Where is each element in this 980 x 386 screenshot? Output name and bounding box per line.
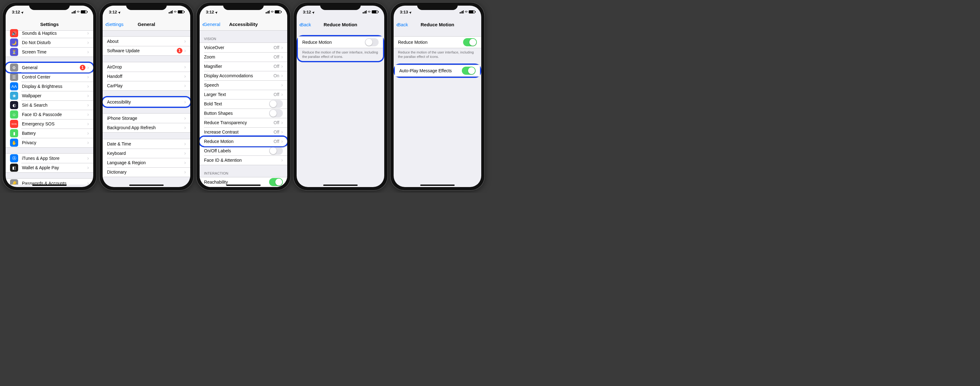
- cell-itunes-app-store[interactable]: ⒶiTunes & App Store›: [6, 154, 93, 163]
- cell-wallpaper[interactable]: ❀Wallpaper›: [6, 91, 93, 100]
- cell-magnifier[interactable]: MagnifierOff›: [200, 62, 287, 71]
- cell-larger-text[interactable]: Larger TextOff›: [200, 90, 287, 99]
- back-button[interactable]: ‹Back: [396, 21, 408, 28]
- app-icon: Ⓐ: [10, 154, 18, 162]
- cell-label: Screen Time: [22, 49, 87, 54]
- cell-label: Reduce Transparency: [204, 120, 274, 125]
- cell-label: Siri & Search: [22, 103, 87, 108]
- chevron-right-icon: ›: [281, 92, 283, 97]
- screen-general: 3:12 ⌔ ‹Settings General About›Software …: [103, 6, 190, 187]
- cell-screen-time[interactable]: ⏳Screen Time›: [6, 47, 93, 57]
- cell-label: Sounds & Haptics: [22, 31, 87, 36]
- cell-emergency-sos[interactable]: SOSEmergency SOS›: [6, 119, 93, 129]
- wifi-icon: ⌔: [368, 10, 371, 14]
- accessibility-list[interactable]: VISIONVoiceOverOff›ZoomOff›MagnifierOff›…: [200, 31, 287, 187]
- cell-face-id-attention[interactable]: Face ID & Attention›: [200, 156, 287, 165]
- back-button[interactable]: ‹Back: [299, 21, 311, 28]
- chevron-right-icon: ›: [184, 83, 186, 89]
- reduce-motion-list[interactable]: Reduce MotionReduce the motion of the us…: [394, 31, 481, 187]
- cell-zoom[interactable]: ZoomOff›: [200, 52, 287, 62]
- toggle-switch[interactable]: [462, 67, 476, 75]
- signal-icon: [266, 10, 270, 13]
- cell-dictionary[interactable]: Dictionary›: [103, 167, 190, 177]
- cell-keyboard[interactable]: Keyboard›: [103, 149, 190, 158]
- settings-list[interactable]: 🔊Sounds & Haptics›🌙Do Not Disturb›⏳Scree…: [6, 28, 93, 184]
- cell-speech[interactable]: Speech›: [200, 80, 287, 90]
- phone-frame-3: 3:12 ⌔ ‹General Accessibility VISIONVoic…: [197, 3, 290, 190]
- section-header: VISION: [200, 31, 287, 43]
- cell-reduce-motion[interactable]: Reduce MotionOff›: [200, 137, 287, 146]
- chevron-right-icon: ›: [281, 138, 283, 144]
- toggle-switch[interactable]: [269, 178, 283, 186]
- cell-sounds-haptics[interactable]: 🔊Sounds & Haptics›: [6, 29, 93, 38]
- badge: 1: [80, 65, 86, 70]
- cell-control-center[interactable]: ☰Control Center›: [6, 72, 93, 82]
- cell-bold-text[interactable]: Bold Text: [200, 99, 287, 108]
- cell-passwords-accounts[interactable]: 🔑Passwords & Accounts›: [6, 179, 93, 184]
- cell-software-update[interactable]: Software Update1›: [103, 46, 190, 56]
- screen-reduce-motion-off: 3:12 ⌔ ‹Back Reduce Motion Reduce Motion…: [297, 6, 384, 187]
- cell-airdrop[interactable]: AirDrop›: [103, 62, 190, 71]
- cell-wallet-apple-pay[interactable]: ◧Wallet & Apple Pay›: [6, 163, 93, 172]
- toggle-switch[interactable]: [269, 147, 283, 155]
- home-indicator[interactable]: [420, 184, 455, 186]
- home-indicator[interactable]: [226, 184, 261, 186]
- phone-frame-2: 3:12 ⌔ ‹Settings General About›Software …: [100, 3, 193, 190]
- cell-detail: Off: [274, 120, 279, 125]
- app-icon: 🔊: [10, 29, 18, 37]
- footer-text: Reduce the motion of the user interface,…: [298, 48, 383, 61]
- cell-label: Wallet & Apple Pay: [22, 165, 87, 170]
- chevron-right-icon: ›: [184, 116, 186, 121]
- cell-label: Do Not Disturb: [22, 40, 87, 45]
- cell-label: Larger Text: [204, 92, 274, 97]
- toggle-switch[interactable]: [365, 38, 379, 46]
- cell-about[interactable]: About›: [103, 37, 190, 46]
- cell-label: Keyboard: [107, 151, 184, 156]
- toggle-switch[interactable]: [463, 38, 477, 46]
- cell-display-accommodations[interactable]: Display AccommodationsOn›: [200, 71, 287, 80]
- cell-display-brightness[interactable]: AADisplay & Brightness›: [6, 82, 93, 91]
- cell-accessibility[interactable]: Accessibility›: [103, 97, 190, 106]
- reduce-motion-list[interactable]: Reduce MotionReduce the motion of the us…: [297, 31, 384, 187]
- general-list[interactable]: About›Software Update1›AirDrop›Handoff›C…: [103, 31, 190, 187]
- back-button[interactable]: ‹Settings: [105, 21, 124, 28]
- cell-face-id-passcode[interactable]: ☺Face ID & Passcode›: [6, 110, 93, 119]
- cell-reduce-motion[interactable]: Reduce Motion: [394, 37, 481, 48]
- cell-on-off-labels[interactable]: On/Off Labels: [200, 146, 287, 156]
- cell-battery[interactable]: ▮Battery›: [6, 129, 93, 138]
- back-button[interactable]: ‹General: [202, 21, 220, 28]
- cell-reduce-transparency[interactable]: Reduce TransparencyOff›: [200, 118, 287, 127]
- chevron-right-icon: ›: [87, 102, 89, 108]
- cell-siri-search[interactable]: ◐Siri & Search›: [6, 100, 93, 110]
- cell-privacy[interactable]: ✋Privacy›: [6, 138, 93, 147]
- cell-increase-contrast[interactable]: Increase ContrastOff›: [200, 127, 287, 137]
- chevron-right-icon: ›: [87, 65, 89, 70]
- cell-button-shapes[interactable]: Button Shapes: [200, 108, 287, 118]
- home-indicator[interactable]: [129, 184, 164, 186]
- cell-background-app-refresh[interactable]: Background App Refresh›: [103, 123, 190, 132]
- toggle-switch[interactable]: [269, 100, 283, 108]
- app-icon: ◧: [10, 164, 18, 172]
- toggle-switch[interactable]: [269, 109, 283, 117]
- cell-auto-play-message-effects[interactable]: Auto-Play Message Effects: [395, 65, 480, 76]
- cell-do-not-disturb[interactable]: 🌙Do Not Disturb›: [6, 38, 93, 47]
- nav-title: General: [138, 22, 155, 27]
- chevron-right-icon: ›: [87, 156, 89, 161]
- cell-handoff[interactable]: Handoff›: [103, 71, 190, 81]
- nav-title: Settings: [40, 22, 59, 27]
- cell-iphone-storage[interactable]: iPhone Storage›: [103, 114, 190, 123]
- cell-voiceover[interactable]: VoiceOverOff›: [200, 43, 287, 52]
- cell-carplay[interactable]: CarPlay›: [103, 81, 190, 91]
- cell-reduce-motion[interactable]: Reduce Motion: [298, 37, 383, 48]
- chevron-right-icon: ›: [87, 84, 89, 89]
- app-icon: ☺: [10, 110, 18, 119]
- nav-bar: ‹Settings General: [103, 18, 190, 31]
- cell-detail: On: [274, 73, 279, 78]
- home-indicator[interactable]: [323, 184, 358, 186]
- cell-date-time[interactable]: Date & Time›: [103, 139, 190, 149]
- cell-general[interactable]: ⚙General1›: [6, 63, 93, 72]
- cell-label: Auto-Play Message Effects: [399, 68, 462, 73]
- home-indicator[interactable]: [32, 184, 67, 186]
- cell-label: Increase Contrast: [204, 130, 274, 135]
- cell-language-region[interactable]: Language & Region›: [103, 158, 190, 167]
